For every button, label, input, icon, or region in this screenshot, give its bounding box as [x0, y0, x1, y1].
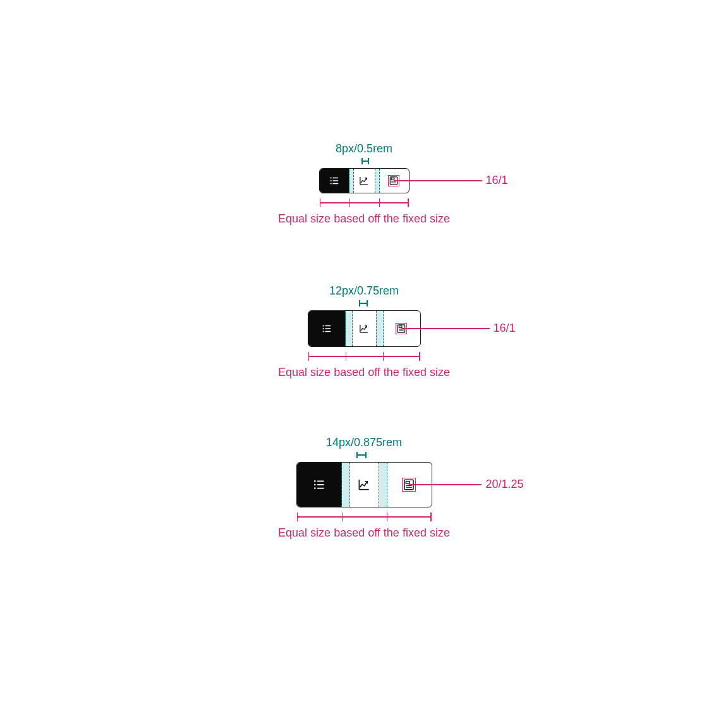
caption: Equal size based off the fixed size — [238, 526, 490, 540]
leader-line — [394, 180, 482, 181]
list-icon — [322, 324, 332, 334]
leader-line — [409, 484, 482, 485]
switcher-item-chart[interactable] — [342, 463, 387, 507]
spec-figure-small: 8px/0.5rem 16/1 Equal siz — [263, 142, 465, 226]
chart-line-icon — [359, 176, 369, 186]
switcher-item-list[interactable] — [308, 311, 346, 346]
icon-size-label: 16/1 — [486, 174, 508, 187]
icon-size-label: 20/1.25 — [486, 478, 524, 491]
equal-size-bracket — [297, 513, 432, 521]
chart-line-icon — [359, 324, 369, 334]
padding-bracket — [361, 158, 369, 164]
padding-bracket — [359, 300, 368, 306]
list-icon — [313, 478, 325, 491]
spec-figure-medium: 12px/0.75rem 16/1 Equal size based — [250, 284, 478, 379]
spacing-label: 8px/0.5rem — [263, 142, 465, 155]
spacing-label: 12px/0.75rem — [250, 284, 478, 298]
caption: Equal size based off the fixed size — [250, 366, 478, 379]
caption: Equal size based off the fixed size — [263, 212, 465, 226]
spec-figure-large: 14px/0.875rem 20/1.25 Equal size ba — [238, 436, 490, 540]
switcher-item-list[interactable] — [297, 463, 342, 507]
switcher-item-chart[interactable] — [349, 169, 379, 193]
padding-bracket — [356, 452, 367, 458]
switcher-item-list[interactable] — [320, 169, 349, 193]
spacing-label: 14px/0.875rem — [238, 436, 490, 449]
equal-size-bracket — [308, 352, 420, 361]
icon-size-label: 16/1 — [494, 322, 516, 335]
switcher-item-chart[interactable] — [346, 311, 383, 346]
leader-line — [401, 328, 490, 329]
list-icon — [329, 176, 339, 186]
equal-size-bracket — [320, 198, 409, 207]
chart-line-icon — [358, 478, 370, 491]
